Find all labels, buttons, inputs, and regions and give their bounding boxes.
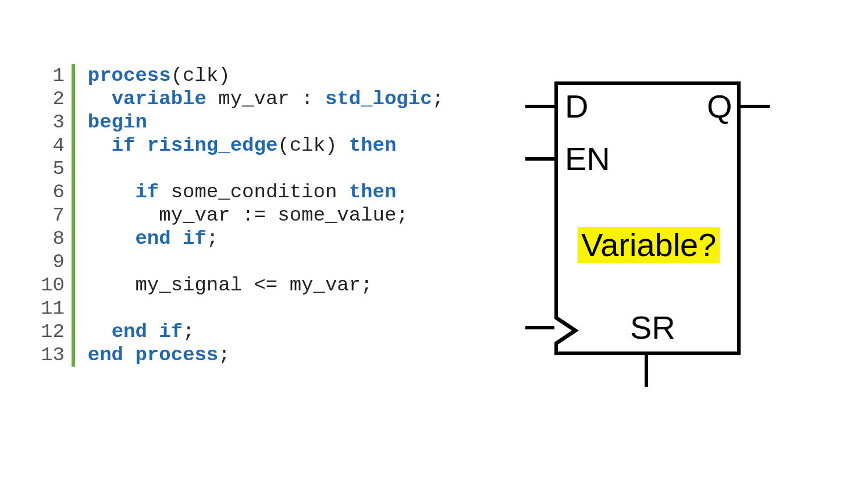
code-token bbox=[123, 344, 135, 366]
code-line bbox=[88, 250, 444, 274]
line-number: 4 bbox=[52, 134, 64, 157]
code-token: my_var := some_value; bbox=[88, 204, 408, 226]
code-token: process bbox=[135, 344, 218, 366]
code-token: ; bbox=[183, 321, 194, 343]
code-line: end if; bbox=[88, 320, 444, 343]
line-number: 8 bbox=[52, 227, 64, 250]
code-token: if bbox=[135, 181, 159, 203]
code-line: if some_condition then bbox=[88, 180, 444, 204]
code-token: if bbox=[159, 321, 183, 343]
code-token bbox=[135, 134, 147, 157]
slide-container: 12345678910111213 process(clk) variable … bbox=[0, 0, 868, 490]
line-number: 6 bbox=[52, 180, 64, 204]
wire-q-output bbox=[741, 105, 770, 108]
code-token bbox=[88, 88, 112, 110]
code-token: some_condition bbox=[159, 181, 348, 203]
wire-d-input bbox=[525, 105, 554, 108]
code-token: my_var : bbox=[207, 88, 325, 110]
code-token: if bbox=[183, 228, 207, 250]
code-token: ; bbox=[207, 228, 218, 250]
line-number: 9 bbox=[52, 250, 64, 274]
pin-label-d: D bbox=[565, 87, 588, 125]
flipflop-diagram: D Q EN SR Variable? bbox=[514, 64, 775, 390]
code-token: then bbox=[349, 134, 397, 157]
code-block: 12345678910111213 process(clk) variable … bbox=[41, 64, 444, 367]
wire-sr-bottom bbox=[645, 355, 648, 387]
code-line: my_signal <= my_var; bbox=[88, 274, 444, 297]
code-token: if bbox=[112, 134, 136, 157]
code-token bbox=[147, 321, 159, 343]
code-line: process(clk) bbox=[88, 64, 444, 87]
wire-clk-input bbox=[525, 326, 554, 329]
variable-highlight: Variable? bbox=[578, 227, 720, 263]
code-token bbox=[88, 134, 112, 157]
code-token: (clk) bbox=[171, 65, 230, 87]
code-token: process bbox=[88, 65, 171, 87]
code-token: ; bbox=[218, 344, 230, 366]
code-line: begin bbox=[88, 111, 444, 134]
pin-label-en: EN bbox=[565, 140, 610, 177]
line-number: 3 bbox=[52, 111, 64, 134]
code-token: end bbox=[135, 228, 170, 250]
code-token: ; bbox=[432, 88, 444, 110]
code-lines: process(clk) variable my_var : std_logic… bbox=[75, 64, 444, 367]
code-token: rising_edge bbox=[147, 134, 278, 157]
code-token: my_signal <= my_var; bbox=[88, 274, 373, 296]
code-token bbox=[171, 228, 183, 250]
code-line: end if; bbox=[88, 227, 444, 250]
code-token bbox=[88, 181, 136, 203]
code-token bbox=[88, 321, 112, 343]
code-line: end process; bbox=[88, 343, 444, 367]
code-token: end bbox=[112, 321, 147, 343]
code-line: my_var := some_value; bbox=[88, 204, 444, 227]
line-number: 1 bbox=[52, 64, 64, 87]
code-line bbox=[88, 157, 444, 180]
line-number: 13 bbox=[41, 343, 65, 367]
pin-label-q: Q bbox=[707, 87, 732, 125]
line-number: 10 bbox=[41, 274, 65, 297]
line-number: 5 bbox=[52, 157, 64, 180]
line-number: 12 bbox=[41, 320, 65, 343]
code-token: variable bbox=[112, 88, 207, 110]
pin-label-sr: SR bbox=[630, 308, 675, 346]
line-number: 2 bbox=[52, 87, 64, 111]
code-token: then bbox=[349, 181, 397, 203]
clock-triangle-inner bbox=[554, 319, 572, 342]
code-token bbox=[88, 228, 136, 250]
code-token: (clk) bbox=[278, 134, 348, 157]
code-line: variable my_var : std_logic; bbox=[88, 87, 444, 111]
code-line: if rising_edge(clk) then bbox=[88, 134, 444, 157]
line-number: 7 bbox=[52, 204, 64, 227]
line-number-gutter: 12345678910111213 bbox=[41, 64, 75, 367]
code-token: end bbox=[88, 344, 123, 366]
code-token: std_logic bbox=[325, 88, 432, 110]
wire-en-input bbox=[525, 157, 554, 161]
code-line bbox=[88, 297, 444, 320]
line-number: 11 bbox=[41, 297, 65, 320]
code-token: begin bbox=[88, 111, 147, 133]
